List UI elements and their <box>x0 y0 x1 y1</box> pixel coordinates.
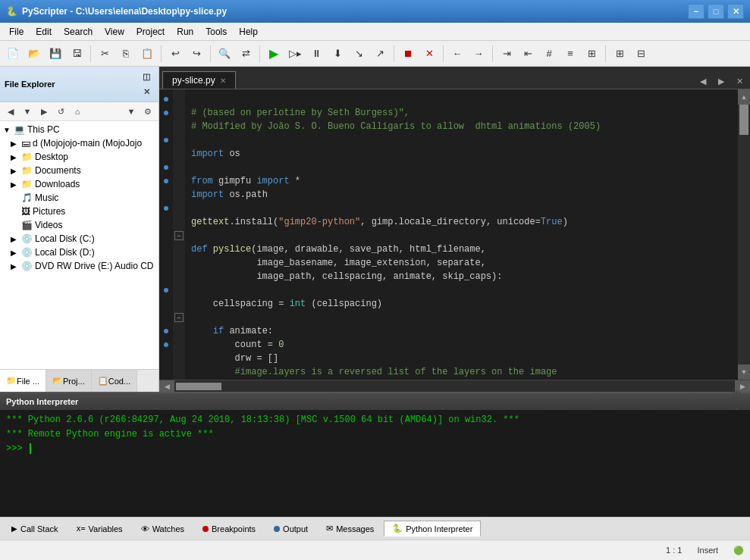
indent-button[interactable]: ⇥ <box>497 44 516 64</box>
tree-item-pictures[interactable]: 🖼 Pictures <box>0 205 158 218</box>
horizontal-scrollbar[interactable]: ◀ ▶ <box>159 380 750 392</box>
scroll-track[interactable] <box>738 105 750 364</box>
abort-button[interactable]: ✕ <box>419 44 439 64</box>
step-into-button[interactable]: ↘ <box>349 44 369 64</box>
console-line-2: *** Remote Python engine is active *** <box>6 427 744 442</box>
tree-item-localc[interactable]: ▶ 💿 Local Disk (C:) <box>0 232 158 246</box>
fe-settings[interactable]: ⚙ <box>140 104 155 119</box>
file-explorer-close[interactable]: ✕ <box>139 84 154 99</box>
tab-output[interactable]: Output <box>265 521 316 537</box>
toggle-button[interactable]: ⊞ <box>582 44 601 64</box>
close-button[interactable]: ✕ <box>727 4 744 19</box>
code-editor[interactable]: # (based on perlotine by Seth Burgess)",… <box>185 89 738 380</box>
scroll-up[interactable]: ▲ <box>738 89 750 105</box>
tab-file-explorer[interactable]: 📁 File ... <box>0 370 46 392</box>
tab-call-stack[interactable]: ▶ Call Stack <box>3 521 67 537</box>
fold-box[interactable]: − <box>174 231 184 240</box>
fe-refresh[interactable]: ↺ <box>53 104 68 119</box>
open-button[interactable]: 📂 <box>24 44 44 64</box>
run-debug-button[interactable]: ▷▸ <box>285 44 305 64</box>
scroll-thumb[interactable] <box>739 105 748 135</box>
menu-help[interactable]: Help <box>233 25 264 39</box>
view-button[interactable]: ⊟ <box>631 44 651 64</box>
tree-item-locald[interactable]: ▶ 💿 Local Disk (D:) <box>0 246 158 259</box>
menu-edit[interactable]: Edit <box>30 25 58 39</box>
pause-button[interactable]: ⏸ <box>306 44 326 64</box>
run-button[interactable]: ▶ <box>264 44 284 64</box>
fold-box[interactable]: − <box>174 313 184 322</box>
grid-button[interactable]: ⊞ <box>610 44 629 64</box>
menu-file[interactable]: File <box>3 25 30 39</box>
editor-nav-left[interactable]: ◀ <box>695 74 711 89</box>
vertical-scrollbar[interactable]: ▲ ▼ <box>738 89 750 380</box>
tab-variables[interactable]: x= Variables <box>68 521 131 537</box>
tab-close-button[interactable]: ✕ <box>220 77 226 85</box>
editor-nav-right[interactable]: ▶ <box>714 74 729 89</box>
tab-code[interactable]: 📋 Cod... <box>92 370 137 392</box>
paste-button[interactable]: 📋 <box>137 44 157 64</box>
scroll-left[interactable]: ◀ <box>159 380 174 393</box>
comment-button[interactable]: # <box>539 44 559 64</box>
tree-item-d[interactable]: ▶ 🖴 d (Mojojojo-main (MojoJojo <box>0 136 158 150</box>
fe-home[interactable]: ⌂ <box>70 104 85 119</box>
menu-view[interactable]: View <box>99 25 130 39</box>
fold-indicator[interactable]: − <box>173 379 185 380</box>
redo-button[interactable]: ↪ <box>187 44 206 64</box>
h-scroll-track[interactable] <box>174 383 735 390</box>
tab-icon: ▶ <box>11 524 17 533</box>
editor-tab-pyslice[interactable]: py-slice.py ✕ <box>162 71 236 89</box>
fe-forward[interactable]: ▶ <box>36 104 52 119</box>
gutter-bullets <box>159 89 173 380</box>
step-over-button[interactable]: ⬇ <box>328 44 347 64</box>
tree-item-documents[interactable]: ▶ 📁 Documents <box>0 164 158 177</box>
fold-indicator[interactable]: − <box>173 229 185 242</box>
tree-label: DVD RW Drive (E:) Audio CD <box>35 261 153 271</box>
fold-line <box>173 161 185 174</box>
tab-python-interpreter[interactable]: 🐍 Python Interpreter <box>384 521 481 537</box>
h-scroll-thumb[interactable] <box>176 383 221 390</box>
tree-item-thispc[interactable]: ▼ 💻 This PC <box>0 123 158 136</box>
panel-float-button[interactable]: ◫ <box>729 386 744 402</box>
fe-filter[interactable]: ▼ <box>124 104 139 119</box>
tab-label: Call Stack <box>20 524 58 533</box>
fold-line <box>173 283 185 297</box>
outdent-button[interactable]: ⇤ <box>518 44 538 64</box>
undo-button[interactable]: ↩ <box>165 44 185 64</box>
python-console[interactable]: *** Python 2.6.6 (r266:84297, Aug 24 201… <box>0 410 750 517</box>
title-bar-controls: − □ ✕ <box>688 4 744 19</box>
cut-button[interactable]: ✂ <box>95 44 115 64</box>
tab-breakpoints[interactable]: Breakpoints <box>194 521 264 537</box>
tree-item-music[interactable]: 🎵 Music <box>0 191 158 205</box>
back-button[interactable]: ← <box>447 44 467 64</box>
menu-tools[interactable]: Tools <box>199 25 233 39</box>
tab-messages[interactable]: ✉ Messages <box>318 521 382 537</box>
tab-project[interactable]: 📂 Proj... <box>46 370 92 392</box>
save-button[interactable]: 💾 <box>46 44 65 64</box>
fold-indicator[interactable]: − <box>173 311 185 324</box>
stop-button[interactable]: ⏹ <box>398 44 418 64</box>
fe-back[interactable]: ◀ <box>3 104 18 119</box>
minimize-button[interactable]: − <box>688 4 704 19</box>
tree-item-videos[interactable]: 🎬 Videos <box>0 218 158 232</box>
list-button[interactable]: ≡ <box>560 44 580 64</box>
tree-item-dvd[interactable]: ▶ 💿 DVD RW Drive (E:) Audio CD <box>0 259 158 273</box>
scroll-down[interactable]: ▼ <box>738 364 750 380</box>
maximize-button[interactable]: □ <box>708 4 724 19</box>
replace-button[interactable]: ⇄ <box>236 44 256 64</box>
file-explorer-float[interactable]: ◫ <box>139 69 154 84</box>
save-all-button[interactable]: 🖫 <box>67 44 86 64</box>
tab-watches[interactable]: 👁 Watches <box>133 521 193 537</box>
tree-item-desktop[interactable]: ▶ 📁 Desktop <box>0 150 158 164</box>
step-out-button[interactable]: ↗ <box>370 44 390 64</box>
find-button[interactable]: 🔍 <box>215 44 234 64</box>
menu-run[interactable]: Run <box>171 25 199 39</box>
menu-project[interactable]: Project <box>130 25 171 39</box>
forward-button[interactable]: → <box>469 44 488 64</box>
menu-search[interactable]: Search <box>58 25 99 39</box>
editor-tab-options[interactable]: ✕ <box>732 74 747 89</box>
new-button[interactable]: 📄 <box>3 44 23 64</box>
console-prompt-line[interactable]: >>> <box>6 442 744 456</box>
fe-dropdown[interactable]: ▼ <box>20 104 35 119</box>
tree-item-downloads[interactable]: ▶ 📁 Downloads <box>0 177 158 191</box>
copy-button[interactable]: ⎘ <box>116 44 136 64</box>
